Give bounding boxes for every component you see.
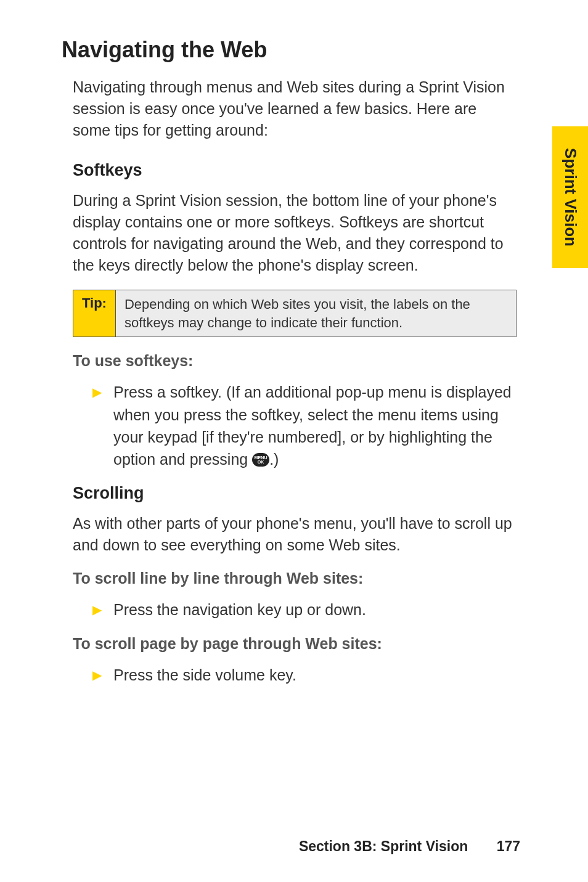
bullet-pre: Press a softkey. (If an additional pop-u…	[113, 383, 512, 468]
scroll-line-text: Press the navigation key up or down.	[113, 598, 514, 621]
use-softkeys-subhead: To use softkeys:	[73, 352, 514, 370]
scroll-page-subhead: To scroll page by page through Web sites…	[73, 635, 514, 653]
scrolling-paragraph: As with other parts of your phone's menu…	[73, 513, 514, 556]
bullet-arrow-icon: ▶	[92, 381, 113, 470]
menu-ok-inner: MENUOK	[254, 455, 267, 464]
menu-ok-icon: MENUOK	[252, 453, 269, 467]
footer-section: Section 3B: Sprint Vision	[299, 838, 468, 854]
scrolling-heading: Scrolling	[73, 484, 514, 503]
scroll-line-subhead: To scroll line by line through Web sites…	[73, 570, 514, 587]
tip-box: Tip: Depending on which Web sites you vi…	[73, 290, 517, 337]
tip-label: Tip:	[73, 290, 116, 337]
bullet-post: .)	[269, 451, 279, 468]
menu-ok-bottom: OK	[258, 460, 264, 464]
softkey-bullet-text: Press a softkey. (If an additional pop-u…	[113, 381, 514, 470]
tip-body: Depending on which Web sites you visit, …	[116, 290, 516, 337]
footer-page-number: 177	[497, 838, 520, 854]
bullet-arrow-icon: ▶	[92, 598, 113, 621]
softkeys-heading: Softkeys	[73, 161, 514, 180]
page-footer: Section 3B: Sprint Vision 177	[299, 838, 520, 855]
scroll-page-text: Press the side volume key.	[113, 664, 514, 686]
scroll-line-bullet: ▶ Press the navigation key up or down.	[92, 598, 514, 621]
menu-ok-top: MENU	[254, 455, 267, 460]
bullet-arrow-icon: ▶	[92, 664, 113, 686]
scroll-page-bullet: ▶ Press the side volume key.	[92, 664, 514, 686]
page-content: Navigating the Web Navigating through me…	[0, 0, 588, 686]
softkeys-paragraph: During a Sprint Vision session, the bott…	[73, 190, 514, 276]
softkey-bullet: ▶ Press a softkey. (If an additional pop…	[92, 381, 514, 470]
intro-paragraph: Navigating through menus and Web sites d…	[73, 76, 514, 141]
page-title: Navigating the Web	[62, 37, 514, 63]
side-tab-label: Sprint Vision	[561, 148, 580, 247]
side-tab: Sprint Vision	[552, 126, 588, 268]
